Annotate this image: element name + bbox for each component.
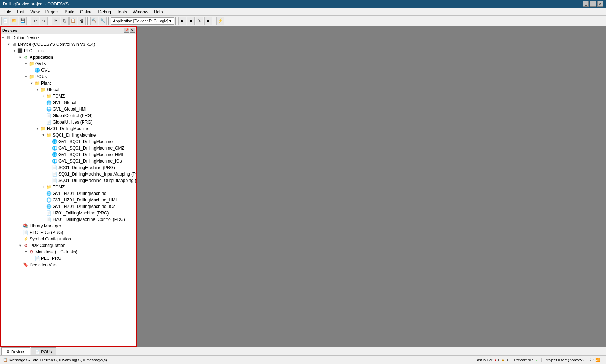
tree-node-sq01-prg[interactable]: 📄SQ01_DrillingMachine (PRG) [1,164,136,171]
cut-button[interactable]: ✂ [52,17,60,25]
menu-item-build[interactable]: Build [62,9,77,15]
tree-toggle-sq01-drilling[interactable]: ▼ [41,133,45,137]
close-button[interactable]: ✕ [597,1,603,7]
tree-node-device-codesys[interactable]: ▼🖥Device (CODESYS Control Win V3 x64) [1,41,136,48]
tree-node-gvl-hz01[interactable]: 🌐GVL_HZ01_DrillingMachine [1,190,136,197]
tree-node-gvl-sq01[interactable]: 🌐GVL_SQ01_DrillingMachine [1,138,136,145]
tree-toggle-gvl-hz01-hmi[interactable] [41,198,45,202]
tree-toggle-lib-mgr[interactable] [18,224,22,228]
tree-toggle-hz01-drilling[interactable]: ▼ [35,126,40,131]
tree-node-drilling-device[interactable]: ▼🖥DrillingDevice [1,35,136,41]
open-button[interactable]: 📂 [10,17,18,25]
panel-pin-button[interactable]: 📌 [124,28,129,33]
tree-node-main-task[interactable]: ▼⚙MainTask (IEC-Tasks) [1,249,136,255]
new-button[interactable]: 📄 [1,17,9,25]
tree-node-sym-config[interactable]: ⚡Symbol Configuration [1,236,136,242]
tree-toggle-persistent-vars[interactable] [18,263,22,267]
tab-devices[interactable]: 🖥Devices [1,347,30,355]
tree-toggle-gvl-global[interactable] [41,101,45,105]
tree-node-lib-mgr[interactable]: 📚Library Manager [1,223,136,229]
tree-node-gvl-hz01-ios[interactable]: 🌐GVL_HZ01_DrillingMachine_IOs [1,203,136,210]
tree-toggle-plc-prg[interactable] [18,230,22,235]
menu-item-view[interactable]: View [27,9,43,15]
online-change-button[interactable]: ⚡ [216,17,224,25]
tree-node-plc-prg[interactable]: 📄PLC_PRG (PRG) [1,229,136,236]
tree-container[interactable]: ▼🖥DrillingDevice▼🖥Device (CODESYS Contro… [1,34,136,346]
tree-toggle-plc-prg2[interactable] [30,256,34,261]
menu-item-project[interactable]: Project [43,9,62,15]
tree-node-global-utilities[interactable]: 📄GlobalUtilities (PRG) [1,119,136,125]
tree-toggle-gvls[interactable]: ▼ [24,62,28,66]
tree-node-hz01-control[interactable]: 📄HZ01_DrillingMachine_Control (PRG) [1,216,136,223]
delete-button[interactable]: 🗑 [78,17,86,25]
paste-button[interactable]: 📋 [69,17,77,25]
copy-button[interactable]: ⎘ [61,17,69,25]
tree-node-gvl-global-hmi[interactable]: 🌐GVL_Global_HMI [1,106,136,112]
login-button[interactable]: ▶ [178,17,186,25]
tree-toggle-task-config[interactable]: ▼ [18,243,22,248]
tree-node-gvl-sq01-hmi[interactable]: 🌐GVL_SQ01_DrillingMachine_HMI [1,151,136,158]
tree-toggle-gvl-sq01-ios[interactable] [47,159,51,163]
tree-toggle-gvl[interactable] [30,68,34,72]
tree-toggle-gvl-sq01-cmz[interactable] [47,146,51,150]
stop-button[interactable]: ■ [204,17,212,25]
tree-node-tcmz2[interactable]: +📁TCMZ [1,184,136,190]
tree-toggle-application[interactable]: ▼ [18,55,22,59]
tree-toggle-main-task[interactable]: ▼ [24,250,28,254]
tree-toggle-sym-config[interactable] [18,237,22,241]
tab-pous[interactable]: 📄POUs [31,347,56,355]
tree-toggle-global[interactable]: ▼ [35,88,40,92]
tree-toggle-pous[interactable]: ▼ [24,75,28,79]
undo-button[interactable]: ↩ [31,17,39,25]
tree-toggle-global-utilities[interactable] [41,120,45,124]
tree-node-plant[interactable]: ▼📁Plant [1,80,136,86]
maximize-button[interactable]: □ [590,1,596,7]
tree-toggle-sq01-prg[interactable] [47,165,51,170]
menu-item-online[interactable]: Online [77,9,96,15]
tree-node-gvl-sq01-cmz[interactable]: 🌐GVL_SQ01_DrillingMachine_CMZ [1,145,136,151]
tree-node-hz01-drilling[interactable]: ▼📁HZ01_DrillingMachine [1,125,136,132]
active-app-combo[interactable]: Application [Device: PLC Logic] ▼ [111,17,174,25]
minimize-button[interactable]: _ [583,1,589,7]
menu-item-edit[interactable]: Edit [14,9,27,15]
menu-item-window[interactable]: Window [130,9,151,15]
tree-toggle-gvl-global-hmi[interactable] [41,107,45,111]
tree-node-global[interactable]: ▼📁Global [1,86,136,93]
tree-node-gvl[interactable]: 🌐GVL [1,67,136,74]
tree-node-hz01-prg[interactable]: 📄HZ01_DrillingMachine (PRG) [1,210,136,216]
tree-node-global-control[interactable]: 📄GlobalControl (PRG) [1,112,136,119]
tree-toggle-tcmz2[interactable]: + [41,185,45,189]
menu-item-help[interactable]: Help [151,9,166,15]
rebuild-button[interactable]: 🔧 [99,17,107,25]
tree-toggle-device-codesys[interactable]: ▼ [6,42,11,46]
save-button[interactable]: 💾 [19,17,27,25]
tree-toggle-global-control[interactable] [41,114,45,118]
tree-node-tcmz1[interactable]: +📁TCMZ [1,93,136,99]
tree-toggle-tcmz1[interactable]: + [41,94,45,98]
logout-button[interactable]: ⏹ [187,17,195,25]
tree-node-task-config[interactable]: ▼⚙Task Configuration [1,242,136,249]
tree-node-application[interactable]: ▼⚙Application [1,54,136,61]
menu-item-file[interactable]: File [1,9,14,15]
tree-node-gvl-sq01-ios[interactable]: 🌐GVL_SQ01_DrillingMachine_IOs [1,158,136,164]
tree-toggle-sq01-output[interactable] [47,178,51,183]
tree-toggle-plant[interactable]: ▼ [30,81,34,85]
build-button[interactable]: 🔨 [90,17,98,25]
panel-close-button[interactable]: ✕ [130,28,135,33]
run-button[interactable]: ▷ [196,17,203,25]
tree-node-gvl-global[interactable]: 🌐GVL_Global [1,99,136,106]
menu-item-tools[interactable]: Tools [114,9,130,15]
tree-toggle-plc-logic[interactable]: ▼ [12,49,17,53]
tree-node-sq01-output[interactable]: 📄SQ01_DrillingMachine_OutputMapping (PRG… [1,177,136,184]
tree-node-sq01-input[interactable]: 📄SQ01_DrillingMachine_InputMapping (PRG) [1,171,136,177]
tree-node-gvls[interactable]: ▼📁GVLs [1,61,136,67]
menu-item-debug[interactable]: Debug [96,9,114,15]
tree-toggle-gvl-hz01-ios[interactable] [41,204,45,209]
tree-node-plc-logic[interactable]: ▼⬛PLC Logic [1,48,136,54]
tree-toggle-hz01-control[interactable] [41,217,45,222]
tree-node-plc-prg2[interactable]: 📄PLC_PRG [1,255,136,262]
tree-toggle-gvl-sq01[interactable] [47,139,51,144]
tree-toggle-gvl-sq01-hmi[interactable] [47,152,51,157]
redo-button[interactable]: ↪ [40,17,48,25]
tree-toggle-sq01-input[interactable] [47,172,51,176]
